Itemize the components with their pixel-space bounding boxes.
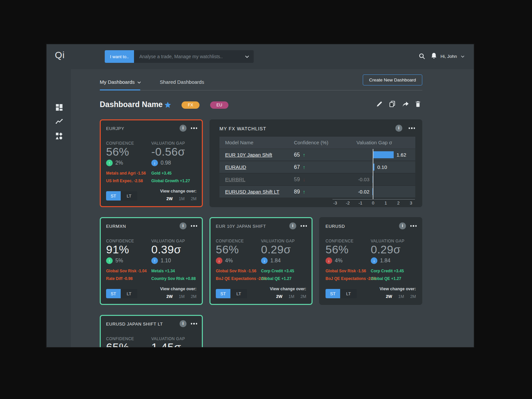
confidence-arrow-icon: ↑ xyxy=(303,164,306,170)
period-2m[interactable]: 2M xyxy=(191,197,197,201)
gap-change-row: ↓ 1.84 xyxy=(371,257,390,264)
watchlist-row: EURAUD 67↑ 0.10 xyxy=(219,161,415,173)
gap-value: 0.10 xyxy=(377,161,387,173)
model-link[interactable]: EURAUD xyxy=(225,161,246,173)
lt-button[interactable]: LT xyxy=(230,289,247,298)
tab-my-dashboards[interactable]: My Dashboards xyxy=(100,79,141,85)
more-options-icon[interactable] xyxy=(410,225,417,227)
watchlist-rows: EUR 10Y Japan Shift 65↑ 1.62 EURAUD 67↑ … xyxy=(219,149,415,198)
x-axis: -3-2-10123 xyxy=(219,200,415,206)
period-2m[interactable]: 2M xyxy=(410,294,416,299)
valuation-gap-value: 1.45σ xyxy=(151,341,181,347)
confidence-change: 2% xyxy=(115,160,123,166)
period-1m[interactable]: 1M xyxy=(179,197,185,201)
confidence-change-row: ↓ 4% xyxy=(326,257,342,264)
gap-change: 1.10 xyxy=(161,258,171,264)
valuation-gap-value: -0.56σ xyxy=(151,145,185,158)
st-button[interactable]: ST xyxy=(216,289,230,298)
watchlist-row: EURUSD Japan Shift LT 89↑ -0.02 xyxy=(219,186,415,198)
info-icon[interactable]: i xyxy=(289,222,296,229)
model-card: EURUSD i CONFIDENCE 56% ↓ 4% Global Sov … xyxy=(319,217,422,305)
lt-button[interactable]: LT xyxy=(340,289,357,298)
info-icon[interactable]: i xyxy=(395,125,402,132)
delete-trash-icon[interactable] xyxy=(415,101,422,108)
lt-button[interactable]: LT xyxy=(121,191,137,200)
tab-shared-dashboards[interactable]: Shared Dashboards xyxy=(160,79,204,85)
card-footer: ST LT View change over: 2W 1M 2M xyxy=(101,187,202,206)
period-1m[interactable]: 1M xyxy=(289,294,294,299)
st-button[interactable]: ST xyxy=(326,289,340,298)
model-link[interactable]: EURBRL xyxy=(225,174,245,185)
positive-driver: Metals +1.34 xyxy=(151,269,175,273)
copy-icon[interactable] xyxy=(389,101,396,108)
lt-button[interactable]: LT xyxy=(121,289,137,298)
info-icon[interactable]: i xyxy=(180,222,187,229)
st-lt-toggle: ST LT xyxy=(106,191,137,200)
st-button[interactable]: ST xyxy=(106,289,121,298)
view-change-over: View change over: 2W 1M 2M xyxy=(160,189,197,201)
create-new-dashboard-button[interactable]: Create New Dashboard xyxy=(363,74,422,85)
axis-tick: 3 xyxy=(410,200,412,205)
st-lt-toggle: ST LT xyxy=(216,289,247,298)
info-icon[interactable]: i xyxy=(399,222,406,229)
info-icon[interactable]: i xyxy=(180,320,187,327)
page-title: Dashboard Name xyxy=(100,100,163,109)
model-link[interactable]: EURUSD Japan Shift LT xyxy=(225,186,279,198)
watchlist-title: MY FX WATCHLIST xyxy=(219,126,266,131)
shapes-icon[interactable] xyxy=(56,132,63,140)
more-options-icon[interactable] xyxy=(301,225,307,227)
st-button[interactable]: ST xyxy=(106,191,121,200)
positive-driver: Global Growth +1.27 xyxy=(151,179,190,183)
confidence-change: 5% xyxy=(115,258,123,264)
model-card: EUR 10Y JAPAN SHIFT i CONFIDENCE 56% ↓ 4… xyxy=(209,217,313,305)
valuation-gap-label: VALUATION GAP xyxy=(151,141,185,146)
gap-change: 1.84 xyxy=(380,258,390,264)
more-options-icon[interactable] xyxy=(191,225,198,227)
axis-tick: -1 xyxy=(358,200,362,205)
badge-eu: EU xyxy=(210,101,228,109)
i-want-to-button[interactable]: I want to.. xyxy=(105,50,134,63)
notifications-bell-icon[interactable] xyxy=(431,52,437,61)
more-options-icon[interactable] xyxy=(409,127,415,129)
negative-driver: BoJ QE Expectations -2.58 xyxy=(326,276,376,281)
valuation-gap-label: VALUATION GAP xyxy=(261,239,295,243)
command-select[interactable]: Analyse a trade, Manage my watchlists.. xyxy=(134,50,254,63)
positive-driver: Country Sov RIsk +0.88 xyxy=(151,276,196,281)
left-sidebar xyxy=(47,69,71,347)
gap-trend-icon: ↓ xyxy=(371,257,377,264)
more-options-icon[interactable] xyxy=(191,127,198,129)
model-link[interactable]: EUR 10Y Japan Shift xyxy=(225,149,272,161)
period-2w[interactable]: 2W xyxy=(167,294,173,299)
period-2w[interactable]: 2W xyxy=(167,197,173,201)
share-icon[interactable] xyxy=(402,101,409,108)
search-icon[interactable] xyxy=(419,53,425,61)
confidence-value: 56% xyxy=(106,145,129,158)
more-options-icon[interactable] xyxy=(191,323,198,325)
valuation-gap-value: 0.39σ xyxy=(151,243,181,256)
period-2m[interactable]: 2M xyxy=(191,294,197,299)
chevron-down-icon xyxy=(461,56,465,58)
info-icon[interactable]: i xyxy=(180,125,187,132)
period-1m[interactable]: 1M xyxy=(398,294,404,299)
period-2w[interactable]: 2W xyxy=(276,294,283,299)
view-change-label: View change over: xyxy=(270,287,306,291)
period-1m[interactable]: 1M xyxy=(179,294,185,299)
confidence-arrow-icon: ↑ xyxy=(303,152,306,158)
positive-driver: Global QE +1.27 xyxy=(261,276,292,281)
user-greeting: Hi, John xyxy=(441,54,457,59)
favorite-star-icon[interactable] xyxy=(164,101,171,110)
dashboard-grid-icon[interactable] xyxy=(56,104,63,111)
card-footer: ST LT View change over: 2W 1M 2M xyxy=(101,285,202,304)
app-window: Qi I want to.. Analyse a trade, Manage m… xyxy=(47,44,474,347)
period-2w[interactable]: 2W xyxy=(386,294,392,299)
trend-line-icon[interactable] xyxy=(56,118,63,125)
dashboard-tabs: My Dashboards Shared Dashboards xyxy=(100,79,221,90)
confidence-arrow-icon: ↑ xyxy=(303,189,306,195)
negative-driver: Metals and Agri -1.56 xyxy=(106,171,146,176)
period-2m[interactable]: 2M xyxy=(301,294,306,299)
gap-trend-icon: ↑ xyxy=(151,257,158,264)
edit-pencil-icon[interactable] xyxy=(376,101,383,108)
gap-change: 0.98 xyxy=(161,160,171,166)
confidence-label: CONFIDENCE xyxy=(106,336,134,341)
user-menu[interactable]: Hi, John xyxy=(441,54,465,59)
